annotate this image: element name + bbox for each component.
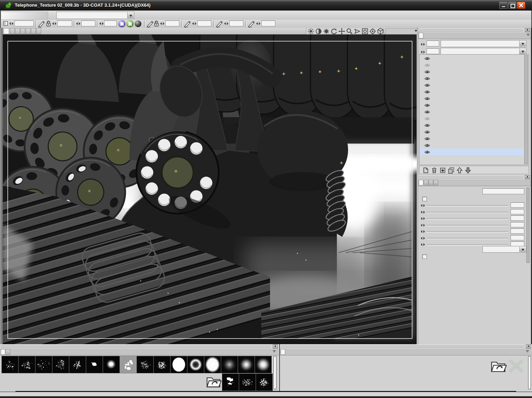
viewport-tab-3[interactable] [15,28,20,34]
delete-layer-button[interactable] [431,167,438,174]
param-field-0[interactable] [14,20,34,26]
brush-thumbnail-radial-faint[interactable] [221,356,238,373]
spinner-7[interactable] [256,22,261,25]
duplicate-layer-button[interactable] [448,167,455,174]
layers-dropdown-1[interactable] [441,40,526,47]
layer-row[interactable] [420,142,525,149]
perspective-cube-icon[interactable] [377,28,384,35]
delete-strip-icon[interactable] [508,359,524,373]
layer-row[interactable] [420,55,525,62]
slider-track[interactable] [427,205,508,207]
chevron-down-icon[interactable] [127,12,134,18]
layers-field-1[interactable] [427,40,439,46]
pan-icon[interactable] [338,28,345,35]
drag-grip[interactable] [419,176,523,179]
close-panel-icon[interactable]: ✕ [526,345,531,348]
param-field-3[interactable] [104,20,117,26]
properties-top-field[interactable] [482,188,524,194]
slider-track[interactable] [427,244,508,246]
sphere-preview-icon[interactable] [135,20,141,27]
minimize-button[interactable] [499,2,507,9]
slider-spinner-5[interactable] [421,236,425,240]
layer-row[interactable] [420,128,525,135]
close-panel-icon[interactable]: ✕ [525,175,530,179]
slider-track[interactable] [427,231,508,233]
layer-row[interactable] [420,95,525,102]
layer-visibility-eye-icon[interactable] [424,116,430,121]
layer-row[interactable] [420,115,525,122]
merge-down-button[interactable] [439,167,446,174]
layer-row[interactable] [420,122,525,128]
brush-thumbnail-blob[interactable] [86,356,103,373]
preset-button[interactable] [1,12,48,20]
brush-thumbnail-speckle[interactable] [239,374,256,391]
depth-pen-icon[interactable] [38,20,45,27]
layer-visibility-eye-icon[interactable] [424,56,430,61]
layer-visibility-eye-icon[interactable] [424,102,430,108]
slider-spinner-4[interactable] [421,230,425,233]
layer-visibility-eye-icon[interactable] [424,143,430,148]
slider-spinner-1[interactable] [421,210,425,214]
param-field-5[interactable] [197,20,211,26]
slider-value-field-1[interactable] [511,209,524,214]
layer-row[interactable] [420,149,525,155]
brush-thumbnail-splatter[interactable] [120,356,136,373]
properties-tab-4[interactable] [434,180,438,185]
close-panel-icon[interactable]: ✕ [273,345,278,348]
layer-visibility-eye-icon[interactable] [424,89,430,94]
slider-value-field-3[interactable] [511,222,524,227]
depth-lock-icon[interactable] [46,20,51,26]
extra-pen-icon[interactable] [248,20,255,27]
viewport-tab-active[interactable] [4,28,9,34]
brush-panel-header[interactable]: ✕ [0,344,279,349]
layers-panel-header[interactable]: ✕ [418,28,531,33]
specular-burst-icon[interactable] [323,28,330,35]
brush-thumbnail-speckle[interactable] [52,356,69,373]
layer-row[interactable] [420,75,525,82]
drag-grip[interactable] [281,345,524,348]
layer-row[interactable] [420,62,525,68]
slider-spinner-0[interactable] [421,204,425,207]
properties-checkbox-top[interactable] [422,197,427,201]
move-layer-up-button[interactable] [456,167,463,174]
properties-tab-1[interactable] [419,180,423,185]
properties-scrollbar[interactable] [526,188,530,263]
strip-panel-header[interactable]: ✕ [280,344,532,349]
brush-thumbnail-speckle-streak[interactable] [69,356,86,373]
spinner-1[interactable] [52,22,57,25]
close-button[interactable] [517,2,525,9]
layer-visibility-eye-icon[interactable] [424,109,430,114]
viewport-tab-2[interactable] [10,28,15,34]
smoothing-pen-icon[interactable] [184,20,191,27]
layers-spinner-2[interactable] [421,50,425,54]
contrast-icon[interactable] [315,28,322,35]
layer-visibility-eye-icon[interactable] [424,82,430,88]
brightness-icon[interactable] [307,28,314,35]
layer-visibility-eye-icon[interactable] [424,96,430,101]
pick-arrow-icon[interactable] [354,28,361,35]
strip-tab-1[interactable] [281,349,285,355]
properties-tab-3[interactable] [429,180,433,185]
layer-row[interactable] [420,135,525,142]
frame-view-icon[interactable] [361,28,368,35]
layer-row[interactable] [420,68,525,75]
brush-scrollbar[interactable] [274,356,276,389]
brush-thumbnail-speckle-dense[interactable] [256,374,273,391]
move-layer-down-button[interactable] [464,167,472,174]
param-field-6[interactable] [229,20,243,26]
drag-grip[interactable] [419,29,523,32]
layers-field-2[interactable] [427,48,439,54]
layer-visibility-eye-icon[interactable] [424,69,430,74]
slider-value-field-4[interactable] [511,228,524,234]
param-field-1[interactable] [57,20,72,26]
properties-dropdown[interactable] [482,246,526,253]
layers-scrollbar[interactable] [524,55,528,164]
chevron-down-icon[interactable] [415,30,417,33]
slider-spinner-3[interactable] [421,223,425,227]
layer-row[interactable] [420,82,525,88]
spinner-4[interactable] [160,22,165,25]
viewport-tab-7[interactable] [36,28,41,34]
brush-thumbnail-radial-bright[interactable] [255,356,271,373]
chevron-down-icon[interactable] [526,34,530,38]
brush-tab-2[interactable] [6,349,10,355]
